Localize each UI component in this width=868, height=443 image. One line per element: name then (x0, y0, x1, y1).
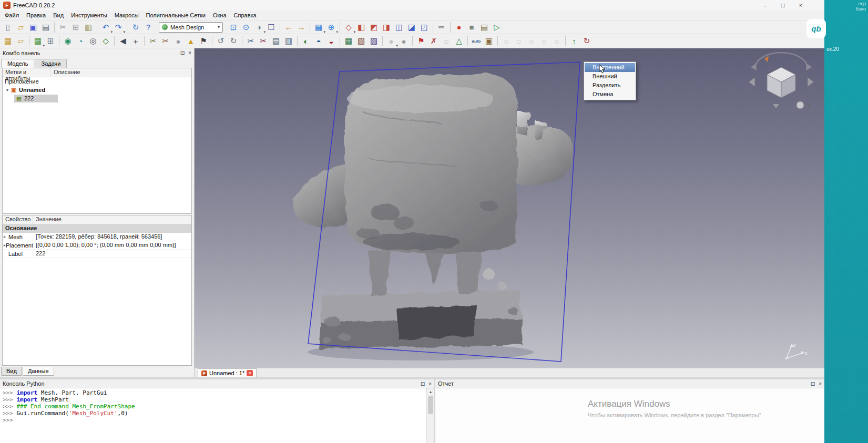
view-top-icon[interactable]: ◩ (368, 22, 380, 33)
console-close-button[interactable]: × (428, 381, 432, 387)
expand-arrow-icon[interactable]: ▸ (4, 234, 8, 239)
view-axonometric-icon[interactable]: ◇▾ (343, 22, 354, 33)
combo-panel-float-button[interactable]: ⊡ (180, 50, 185, 56)
property-row-label[interactable]: Label 222 (3, 250, 191, 258)
context-menu-item-1[interactable]: Внешний (585, 72, 635, 81)
undo-icon[interactable]: ↶▾ (100, 22, 111, 33)
finish-flag-icon[interactable]: ⚑ (198, 35, 209, 47)
smooth-mesh-icon[interactable]: ● (172, 35, 184, 47)
orbit-left-arrow-icon[interactable] (751, 63, 757, 70)
remove-components-icon[interactable]: ✗ (428, 35, 440, 47)
tab-model[interactable]: Модель (1, 59, 34, 68)
minimize-button[interactable]: – (756, 0, 774, 10)
cut-icon[interactable]: ✂ (57, 22, 69, 33)
scrollbar-up-icon[interactable]: ▲ (427, 388, 434, 395)
tab-view[interactable]: Вид (1, 367, 22, 376)
polygon-cut-icon[interactable]: ✂ (245, 35, 257, 47)
view-left-icon[interactable]: ◰ (418, 22, 430, 33)
refresh-icon[interactable]: ↻ (130, 22, 141, 33)
mark-flag-icon[interactable]: ⚑ (415, 35, 427, 47)
tab-tasks[interactable]: Задачи (35, 59, 67, 68)
split-mesh-icon[interactable]: ▧ (355, 35, 367, 47)
export-mesh-icon[interactable]: ▱ (15, 35, 26, 47)
display-wireframe-icon[interactable]: ◌ (513, 35, 525, 47)
face-info-icon[interactable]: ◎ (87, 35, 99, 47)
boolean-union-icon[interactable]: ◐ (300, 35, 312, 47)
report-float-button[interactable]: ⊡ (811, 381, 815, 387)
tree-item-document[interactable]: ▼ ▣ Unnamed (3, 86, 191, 94)
orbit-reset-icon[interactable]: ↻ (581, 35, 593, 47)
bounding-box-icon[interactable]: ▣ (483, 35, 495, 47)
view-rear-icon[interactable]: ◫ (393, 22, 405, 33)
view-group-icon[interactable]: ▦▾ (313, 22, 324, 33)
rotate-down-arrow-icon[interactable] (773, 104, 779, 108)
zoom-tools-icon[interactable]: ⊕▾ (325, 22, 337, 33)
orbit-arc-icon[interactable] (755, 53, 808, 68)
export-upload-icon[interactable]: ↑ (568, 35, 580, 47)
display-shaded-icon[interactable]: ◌ (538, 35, 550, 47)
view-front-icon[interactable]: ◧ (355, 22, 367, 33)
rotate-right-arrow-icon[interactable] (808, 77, 814, 87)
macro-record-icon[interactable]: ● (453, 22, 465, 33)
merge-mesh-icon[interactable]: ▦ (343, 35, 354, 47)
menubar-item-5[interactable]: Полигональные Сетки (142, 11, 209, 19)
pick-triangle-icon[interactable]: ◀ (117, 35, 129, 47)
tab-data[interactable]: Данные (23, 367, 54, 376)
curvature-plot-icon[interactable]: ◔ (75, 35, 86, 47)
menubar-item-3[interactable]: Инструменты (67, 11, 111, 19)
maximize-button[interactable]: □ (774, 0, 792, 10)
context-menu-item-2[interactable]: Разделить (585, 81, 635, 90)
import-mesh-icon[interactable]: ▦ (2, 35, 14, 47)
check-solid-icon[interactable]: ◇ (100, 35, 111, 47)
fill-holes-icon[interactable]: ◌ (441, 35, 452, 47)
workbench-selector[interactable]: Mesh Design ▾ (159, 22, 223, 33)
navigation-cube[interactable] (747, 49, 816, 117)
menubar-item-6[interactable]: Окна (209, 11, 230, 19)
regular-solid-icon[interactable]: ●▾ (385, 35, 397, 47)
tree-root-application[interactable]: Приложение (3, 77, 191, 86)
copy-mesh-icon[interactable]: ⊞ (45, 35, 56, 47)
new-file-icon[interactable]: ▯ (2, 22, 14, 33)
macros-dialog-icon[interactable]: ▤ (478, 22, 490, 33)
redo-icon[interactable]: ↷▾ (113, 22, 124, 33)
close-button[interactable]: × (792, 0, 810, 10)
section-icon[interactable]: ▤ (270, 35, 282, 47)
3d-viewport[interactable]: x y ВнутреннийВнешнийРазделитьОтмена (195, 48, 824, 368)
fit-selection-icon[interactable]: ⊙ (240, 22, 252, 33)
macro-stop-icon[interactable]: ■ (466, 22, 477, 33)
print-icon[interactable]: ▤ (40, 22, 52, 33)
draw-style-icon[interactable]: ◑▾ (253, 22, 264, 33)
analyze-mesh-icon[interactable]: ◉ (62, 35, 74, 47)
save-icon[interactable]: ▣ (27, 22, 39, 33)
scrollbar-thumb[interactable] (428, 396, 433, 414)
boolean-intersection-icon[interactable]: ◓ (313, 35, 324, 47)
console-float-button[interactable]: ⊡ (421, 381, 425, 387)
copy-icon[interactable]: ⊞ (70, 22, 81, 33)
auto-dimension-icon[interactable]: auto (471, 35, 482, 47)
display-hidden-icon[interactable]: ◌ (551, 35, 563, 47)
document-tab[interactable]: F Unnamed : 1* × (198, 368, 257, 377)
trim-mesh-icon[interactable]: ✂ (160, 35, 171, 47)
move-component-icon[interactable]: + (130, 35, 141, 47)
whatsthis-icon[interactable]: ? (142, 22, 154, 33)
open-file-icon[interactable]: ▱ (15, 22, 26, 33)
property-group-base[interactable]: Основание (3, 224, 191, 233)
flip-normals-icon[interactable]: ↻ (228, 35, 239, 47)
tree-item-mesh[interactable]: ▦ 222 (3, 94, 191, 102)
menubar-item-2[interactable]: Вид (49, 11, 67, 19)
property-row-mesh[interactable]: ▸ Mesh [Точек: 282159, рёбер: 845618, гр… (3, 233, 191, 241)
evaluate-repair-icon[interactable]: ▲ (185, 35, 197, 47)
cross-sections-icon[interactable]: ▥ (283, 35, 294, 47)
report-close-button[interactable]: × (819, 381, 822, 387)
sphere-mesh-icon[interactable]: ● (398, 35, 410, 47)
harmonize-normals-icon[interactable]: ↺ (215, 35, 227, 47)
console-scrollbar[interactable]: ▲ (426, 388, 434, 443)
add-triangle-icon[interactable]: △ (453, 35, 465, 47)
fit-all-icon[interactable]: ⊡ (228, 22, 239, 33)
box-select-icon[interactable]: ☐ (265, 22, 277, 33)
python-console-content[interactable]: >>> import Mesh, Part, PartGui>>> import… (0, 388, 434, 443)
menubar-item-0[interactable]: Файл (1, 11, 23, 19)
menubar-item-4[interactable]: Макросы (111, 11, 142, 19)
mesh-object[interactable] (289, 69, 584, 353)
tree-expander-icon[interactable]: ▼ (5, 88, 10, 92)
